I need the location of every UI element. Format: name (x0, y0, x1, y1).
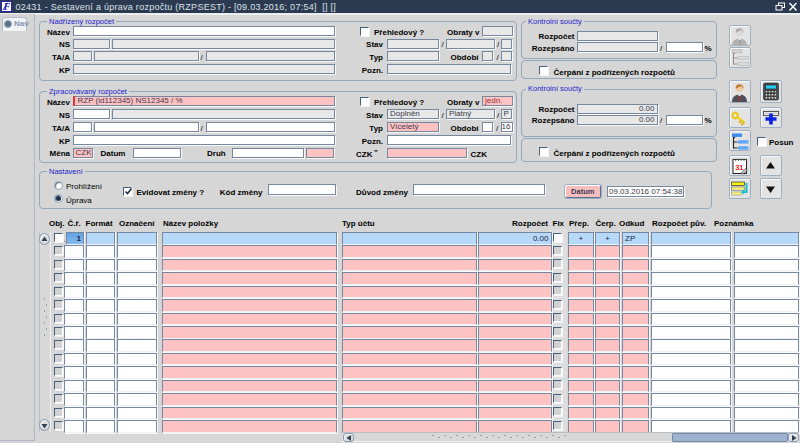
svg-text:31: 31 (735, 162, 743, 171)
svg-text:F: F (3, 1, 11, 12)
